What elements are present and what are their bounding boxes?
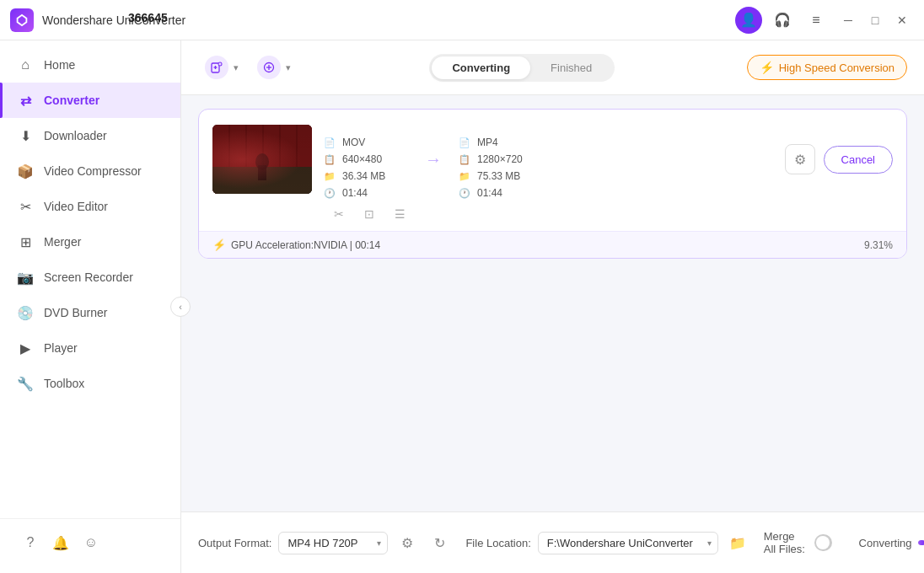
output-format-row: 📄 MP4 xyxy=(459,137,560,148)
converting-label: Converting xyxy=(859,537,912,549)
output-duration-row: 🕐 01:44 xyxy=(459,187,560,199)
merge-label: Merge All Files: xyxy=(764,530,808,555)
video-editor-label: Video Editor xyxy=(44,200,108,213)
crop-tool-button[interactable]: ⊡ xyxy=(357,202,381,226)
file-location-field: File Location: F:\Wondershare UniConvert… xyxy=(465,530,749,555)
sidebar-nav: ⌂Home⇄Converter⬇Downloader📦Video Compres… xyxy=(0,47,180,401)
converter-icon: ⇄ xyxy=(17,92,34,109)
sidebar-item-video-compressor[interactable]: 📦Video Compressor xyxy=(0,153,180,189)
sidebar: ⌂Home⇄Converter⬇Downloader📦Video Compres… xyxy=(0,40,181,573)
sidebar-collapse-button[interactable]: ‹ xyxy=(170,297,191,317)
video-editor-icon: ✂ xyxy=(17,198,34,215)
cut-tool-button[interactable]: ✂ xyxy=(327,202,351,226)
player-label: Player xyxy=(44,341,78,355)
menu-button[interactable]: ≡ xyxy=(803,7,830,34)
output-format-label: MP4 xyxy=(477,137,498,148)
file-location-select[interactable]: F:\Wondershare UniConverter xyxy=(538,532,718,554)
tab-finished[interactable]: Finished xyxy=(530,56,612,79)
sidebar-item-dvd-burner[interactable]: 💿DVD Burner xyxy=(0,295,180,330)
output-format-label: Output Format: xyxy=(198,537,271,549)
output-meta: 📄 MP4 📋 1280×720 📁 75.33 MB xyxy=(459,137,560,199)
input-duration-label: 01:44 xyxy=(342,187,368,199)
user-button[interactable]: 👤 xyxy=(735,7,762,34)
file-card: 366645 📄 MOV 📋 640×480 xyxy=(198,109,907,259)
file-card-top: 366645 📄 MOV 📋 640×480 xyxy=(199,110,906,199)
tab-switcher: Converting Finished xyxy=(429,54,615,82)
output-format-select-wrap: MP4 HD 720P ▾ xyxy=(278,532,388,554)
maximize-button[interactable]: □ xyxy=(863,8,887,32)
dvd-burner-icon: 💿 xyxy=(17,304,34,321)
output-format-field: Output Format: MP4 HD 720P ▾ ⚙ ↻ xyxy=(198,530,452,555)
input-duration-row: 🕐 01:44 xyxy=(324,187,408,199)
output-duration-label: 01:44 xyxy=(477,187,502,199)
toolbar: ▾ ▾ Converting Finished xyxy=(181,40,924,95)
sidebar-item-screen-recorder[interactable]: 📷Screen Recorder xyxy=(0,260,180,295)
input-resolution-row: 📋 640×480 xyxy=(324,153,408,165)
notification-button[interactable]: 🔔 xyxy=(47,529,74,556)
svg-point-17 xyxy=(255,153,269,170)
sidebar-item-toolbox[interactable]: 🔧Toolbox xyxy=(0,366,180,401)
merger-icon: ⊞ xyxy=(17,233,34,250)
size-icon: 📁 xyxy=(324,171,336,182)
sidebar-item-video-editor[interactable]: ✂Video Editor xyxy=(0,189,180,224)
feedback-button[interactable]: ☺ xyxy=(78,529,105,556)
file-card-progress: ⚡ GPU Acceleration:NVIDIA | 00:14 9.31% xyxy=(199,231,906,258)
file-row-main: 366645 📄 MOV 📋 640×480 xyxy=(324,120,893,199)
file-list: 366645 📄 MOV 📋 640×480 xyxy=(181,95,924,511)
cancel-button[interactable]: Cancel xyxy=(824,146,893,174)
bottom-bar: Output Format: MP4 HD 720P ▾ ⚙ ↻ File Lo… xyxy=(181,511,924,573)
merge-field: Merge All Files: xyxy=(764,530,832,555)
output-resolution-row: 📋 1280×720 xyxy=(459,153,560,165)
input-resolution-label: 640×480 xyxy=(342,153,382,165)
toolbox-icon: 🔧 xyxy=(17,375,34,392)
thumbnail-image xyxy=(212,125,312,194)
converting-status: Converting 6.36% 0/1 xyxy=(859,537,924,549)
output-size-label: 75.33 MB xyxy=(477,170,520,182)
output-clock-icon: 🕐 xyxy=(459,188,470,199)
merge-toggle[interactable] xyxy=(814,534,832,551)
downloader-icon: ⬇ xyxy=(17,127,34,144)
overall-progress-bar xyxy=(918,540,924,545)
home-label: Home xyxy=(44,58,75,72)
progress-bolt-icon: ⚡ xyxy=(212,238,226,251)
home-icon: ⌂ xyxy=(17,56,34,73)
headset-button[interactable]: 🎧 xyxy=(769,7,796,34)
svg-rect-16 xyxy=(212,167,312,194)
close-button[interactable]: ✕ xyxy=(890,8,914,32)
downloader-label: Downloader xyxy=(44,129,107,142)
output-size-row: 📁 75.33 MB xyxy=(459,170,560,182)
gpu-label: GPU Acceleration:NVIDIA | 00:14 xyxy=(231,239,380,251)
add-batch-icon xyxy=(257,56,281,79)
sidebar-item-home[interactable]: ⌂Home xyxy=(0,47,180,83)
effects-tool-button[interactable]: ☰ xyxy=(388,202,411,226)
file-card-tools: ✂ ⊡ ☰ xyxy=(199,199,906,231)
output-settings-button[interactable]: ⚙ xyxy=(785,144,815,174)
minimize-button[interactable]: ─ xyxy=(836,8,860,32)
high-speed-button[interactable]: ⚡ High Speed Conversion xyxy=(747,55,907,80)
logo-icon xyxy=(14,13,30,28)
input-format-row: 📄 MOV xyxy=(324,137,408,148)
file-location-label: File Location: xyxy=(465,537,530,549)
output-format-select[interactable]: MP4 HD 720P xyxy=(278,532,388,554)
tab-converting[interactable]: Converting xyxy=(432,56,530,79)
merger-label: Merger xyxy=(44,235,81,249)
file-thumbnail xyxy=(212,125,312,194)
format-refresh-button[interactable]: ↻ xyxy=(427,530,452,555)
format-settings-button[interactable]: ⚙ xyxy=(395,530,420,555)
svg-rect-10 xyxy=(212,125,312,167)
sidebar-item-downloader[interactable]: ⬇Downloader xyxy=(0,118,180,153)
input-size-label: 36.34 MB xyxy=(342,170,385,182)
browse-folder-button[interactable]: 📁 xyxy=(725,530,750,555)
converter-label: Converter xyxy=(44,94,99,107)
sidebar-item-converter[interactable]: ⇄Converter xyxy=(0,83,180,118)
output-format-icon: 📄 xyxy=(459,137,470,148)
add-file-button[interactable]: ▾ xyxy=(198,51,245,84)
add-batch-button[interactable]: ▾ xyxy=(250,51,298,84)
sidebar-item-merger[interactable]: ⊞Merger xyxy=(0,224,180,260)
sidebar-item-player[interactable]: ▶Player xyxy=(0,330,180,366)
app-body: ⌂Home⇄Converter⬇Downloader📦Video Compres… xyxy=(0,40,924,573)
high-speed-label: High Speed Conversion xyxy=(779,62,894,74)
screen-recorder-label: Screen Recorder xyxy=(44,270,133,284)
help-button[interactable]: ? xyxy=(17,529,44,556)
clock-icon: 🕐 xyxy=(324,188,336,199)
